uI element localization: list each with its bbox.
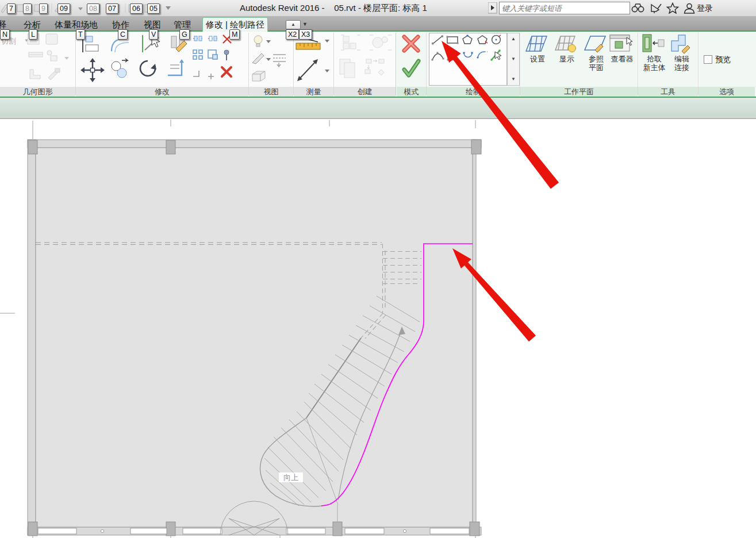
reference-plane-label-1: 参照	[582, 55, 610, 63]
title-bar: 7 8 9 09 08 07 06 05 Autodesk Revit 2016…	[0, 0, 756, 17]
pick-new-host-label-2: 新主体	[640, 63, 668, 72]
panel-label-options: 选项	[699, 87, 755, 97]
panel-draw: ▲ ▼ ▼▔ 绘制	[427, 32, 520, 97]
align-icon	[83, 35, 98, 52]
favorites-star-icon[interactable]	[666, 2, 680, 14]
set-workplane-icon	[524, 33, 549, 55]
panel-label-view: 视图	[249, 87, 293, 97]
keytip-tab-l: L	[29, 29, 37, 40]
infocenter-expand-icon[interactable]	[488, 2, 497, 14]
move-icon	[80, 58, 105, 82]
gallery-scroll-down-icon[interactable]: ▼	[508, 53, 519, 65]
panel-label-measure: 测量	[294, 87, 333, 97]
keytip-qat-9: 9	[39, 3, 48, 14]
pick-new-host-label-1: 拾取	[640, 55, 668, 63]
keytip-tab-n: N	[0, 29, 10, 40]
linework-knife-icon	[252, 53, 264, 64]
drawing-canvas[interactable]: 向上	[0, 119, 756, 538]
preview-checkbox-label: 预览	[715, 55, 731, 65]
draw-circle-tool[interactable]	[492, 35, 501, 44]
geometry-tools-icons[interactable]	[26, 33, 74, 83]
edit-joins-label-1: 编辑	[668, 55, 696, 63]
cancel-sketch-icon[interactable]	[404, 37, 418, 51]
panel-label-mode: 模式	[397, 87, 426, 97]
align-elements-small-icons	[193, 35, 231, 79]
workplane-set-button[interactable]: 设置	[524, 33, 551, 63]
panel-label-workplane: 工作平面	[520, 87, 638, 97]
edit-joins-icon	[668, 33, 693, 55]
lightbulb-icon	[254, 36, 262, 47]
keytip-qat-05: 05	[147, 3, 160, 14]
workplane-show-button[interactable]: 显示	[553, 33, 581, 63]
keytip-tab-g: G	[179, 29, 190, 40]
workplane-show-label: 显示	[553, 55, 581, 63]
keytip-qat-09: 09	[57, 3, 70, 14]
gallery-expand-icon[interactable]: ▼▔	[508, 74, 519, 85]
modify-tools-icons[interactable]	[78, 33, 246, 86]
panel-mode: 模式	[397, 32, 426, 97]
search-input[interactable]	[499, 2, 630, 14]
pin-icon	[224, 50, 229, 60]
gallery-scroll-up-icon[interactable]: ▲	[508, 33, 519, 45]
keytip-tab-c: C	[118, 29, 128, 40]
panel-view: 视图	[249, 32, 293, 97]
reference-plane-label-2: 平面	[582, 63, 610, 72]
box-view-icon	[252, 71, 265, 81]
draw-inscribed-polygon-tool[interactable]	[463, 34, 472, 44]
keytip-tab-t: T	[76, 29, 85, 40]
ribbon-collapse-button[interactable]: ▲	[286, 20, 301, 29]
mirror-icon	[168, 59, 184, 75]
keytip-tab-v: V	[149, 29, 158, 40]
sign-in-button[interactable]: 登录	[697, 3, 713, 14]
keytip-qat-8: 8	[23, 3, 32, 14]
delete-icon	[222, 67, 231, 76]
draw-rectangle-tool[interactable]	[447, 36, 459, 44]
draw-tool-gallery	[429, 33, 507, 86]
panel-label-tools: 工具	[638, 87, 698, 97]
keytip-tab-m: M	[229, 29, 240, 40]
keytip-x3: X3	[299, 29, 312, 40]
options-bar	[0, 98, 756, 119]
draw-tangent-arc-tool[interactable]	[463, 52, 473, 57]
up-label-text: 向上	[283, 473, 298, 482]
view-tools-icons[interactable]	[250, 33, 291, 86]
create-tools-icons[interactable]	[336, 33, 394, 86]
pick-new-host-icon	[640, 33, 666, 55]
search-icon[interactable]	[631, 2, 646, 14]
panel-geometry: 切割 ▼ 几何图形	[0, 32, 75, 97]
draw-line-tool[interactable]	[432, 36, 443, 45]
copy-icon	[112, 59, 128, 78]
finish-sketch-icon[interactable]	[404, 61, 419, 75]
pick-new-host-button[interactable]: 拾取 新主体	[640, 33, 668, 72]
keytip-qat-07: 07	[106, 3, 118, 14]
keytip-qat-08: 08	[87, 3, 99, 14]
keytip-qat-7: 7	[7, 3, 16, 14]
reference-plane-button[interactable]: 参照 平面	[582, 33, 610, 72]
preview-checkbox[interactable]	[704, 55, 712, 64]
offset-icon	[112, 39, 129, 52]
floor-plan-view: 向上	[0, 119, 756, 538]
draw-arc-center-ends-tool[interactable]	[447, 51, 458, 61]
ribbon-tab-row: 注释 分析 体量和场地 协作 视图 管理 修改 | 绘制路径 ▲ ▼	[0, 16, 756, 32]
viewer-button[interactable]: 查看器	[608, 33, 636, 63]
draw-arc-start-end-tool[interactable]	[432, 52, 444, 61]
ribbon-collapse-caret-icon[interactable]: ▼	[302, 21, 308, 27]
sign-in-user-icon[interactable]	[683, 2, 696, 14]
keytip-x2: X2	[286, 29, 299, 40]
panel-create: 创建	[334, 32, 396, 97]
floor-plan-walls	[28, 140, 481, 535]
pick-lines-tool[interactable]	[491, 50, 502, 61]
revit-window: 7 8 9 09 08 07 06 05 Autodesk Revit 2016…	[0, 0, 756, 538]
draw-gallery-scrollbar: ▲ ▼ ▼▔	[507, 33, 520, 86]
stair-up-annotation: 向上	[279, 472, 303, 482]
measure-tools-icons[interactable]	[295, 33, 332, 86]
communication-center-icon[interactable]	[650, 2, 663, 14]
reference-plane-icon	[582, 33, 608, 55]
keytip-qat-06: 06	[130, 3, 143, 14]
draw-fillet-arc-tool[interactable]	[477, 52, 488, 59]
panel-workplane: 设置 显示 参照 平面	[520, 32, 638, 97]
show-workplane-icon	[553, 33, 578, 55]
window-title: Autodesk Revit 2016 - 05.rvt - 楼层平面: 标高 …	[172, 3, 494, 14]
edit-joins-button[interactable]: 编辑 连接	[668, 33, 696, 72]
draw-circumscribed-polygon-tool[interactable]	[478, 36, 488, 44]
